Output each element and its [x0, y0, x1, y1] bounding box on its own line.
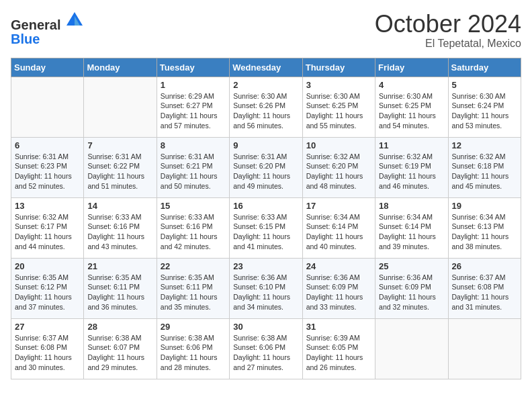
- day-info: Sunrise: 6:37 AM Sunset: 6:08 PM Dayligh…: [452, 273, 517, 312]
- calendar-cell: 29Sunrise: 6:38 AM Sunset: 6:06 PM Dayli…: [157, 318, 229, 379]
- calendar-cell: 25Sunrise: 6:36 AM Sunset: 6:09 PM Dayli…: [375, 258, 448, 318]
- day-number: 29: [161, 322, 226, 332]
- header-tuesday: Tuesday: [157, 58, 229, 77]
- day-number: 7: [87, 140, 152, 150]
- day-number: 17: [306, 201, 371, 211]
- calendar-cell: 30Sunrise: 6:38 AM Sunset: 6:06 PM Dayli…: [230, 318, 302, 379]
- day-info: Sunrise: 6:36 AM Sunset: 6:10 PM Dayligh…: [233, 273, 298, 312]
- day-number: 6: [15, 140, 80, 150]
- day-number: 19: [452, 201, 517, 211]
- calendar-cell: [448, 318, 521, 379]
- calendar-cell: 18Sunrise: 6:34 AM Sunset: 6:14 PM Dayli…: [375, 197, 448, 258]
- week-row-3: 13Sunrise: 6:32 AM Sunset: 6:17 PM Dayli…: [11, 197, 521, 258]
- day-number: 12: [452, 140, 517, 150]
- day-number: 4: [379, 80, 444, 90]
- day-info: Sunrise: 6:35 AM Sunset: 6:12 PM Dayligh…: [15, 273, 80, 312]
- calendar-cell: 23Sunrise: 6:36 AM Sunset: 6:10 PM Dayli…: [230, 258, 302, 318]
- day-info: Sunrise: 6:33 AM Sunset: 6:16 PM Dayligh…: [87, 212, 152, 252]
- day-info: Sunrise: 6:33 AM Sunset: 6:15 PM Dayligh…: [233, 212, 298, 252]
- logo: General Blue: [11, 11, 84, 46]
- title-block: October 2024 El Tepetatal, Mexico: [375, 11, 521, 50]
- day-info: Sunrise: 6:31 AM Sunset: 6:21 PM Dayligh…: [161, 152, 226, 191]
- day-number: 15: [161, 201, 226, 211]
- calendar-cell: 24Sunrise: 6:36 AM Sunset: 6:09 PM Dayli…: [302, 258, 375, 318]
- header-wednesday: Wednesday: [230, 58, 302, 77]
- day-info: Sunrise: 6:34 AM Sunset: 6:14 PM Dayligh…: [306, 212, 371, 252]
- day-info: Sunrise: 6:34 AM Sunset: 6:13 PM Dayligh…: [452, 212, 517, 252]
- location-title: El Tepetatal, Mexico: [375, 38, 521, 50]
- calendar-cell: 8Sunrise: 6:31 AM Sunset: 6:21 PM Daylig…: [157, 137, 229, 197]
- calendar-cell: 26Sunrise: 6:37 AM Sunset: 6:08 PM Dayli…: [448, 258, 521, 318]
- day-info: Sunrise: 6:38 AM Sunset: 6:06 PM Dayligh…: [233, 333, 298, 373]
- calendar-cell: 16Sunrise: 6:33 AM Sunset: 6:15 PM Dayli…: [230, 197, 302, 258]
- day-number: 5: [452, 80, 517, 90]
- day-number: 1: [161, 80, 226, 90]
- calendar-cell: 19Sunrise: 6:34 AM Sunset: 6:13 PM Dayli…: [448, 197, 521, 258]
- calendar-cell: 17Sunrise: 6:34 AM Sunset: 6:14 PM Dayli…: [302, 197, 375, 258]
- page-header: General Blue October 2024 El Tepetatal, …: [11, 11, 521, 50]
- calendar-cell: 3Sunrise: 6:30 AM Sunset: 6:25 PM Daylig…: [302, 77, 375, 137]
- day-info: Sunrise: 6:32 AM Sunset: 6:19 PM Dayligh…: [379, 152, 444, 191]
- day-info: Sunrise: 6:35 AM Sunset: 6:11 PM Dayligh…: [87, 273, 152, 312]
- calendar-cell: 6Sunrise: 6:31 AM Sunset: 6:23 PM Daylig…: [11, 137, 84, 197]
- header-monday: Monday: [84, 58, 157, 77]
- week-row-4: 20Sunrise: 6:35 AM Sunset: 6:12 PM Dayli…: [11, 258, 521, 318]
- day-number: 31: [306, 322, 371, 332]
- day-number: 23: [233, 261, 298, 271]
- calendar-cell: 20Sunrise: 6:35 AM Sunset: 6:12 PM Dayli…: [11, 258, 84, 318]
- week-row-2: 6Sunrise: 6:31 AM Sunset: 6:23 PM Daylig…: [11, 137, 521, 197]
- month-title: October 2024: [375, 11, 521, 38]
- day-number: 27: [15, 322, 80, 332]
- calendar-cell: [11, 77, 84, 137]
- logo-blue: Blue: [11, 32, 84, 46]
- logo-general: General: [11, 17, 60, 32]
- header-friday: Friday: [375, 58, 448, 77]
- header-thursday: Thursday: [302, 58, 375, 77]
- calendar-cell: 27Sunrise: 6:37 AM Sunset: 6:08 PM Dayli…: [11, 318, 84, 379]
- header-row: SundayMondayTuesdayWednesdayThursdayFrid…: [11, 58, 521, 77]
- calendar-cell: 2Sunrise: 6:30 AM Sunset: 6:26 PM Daylig…: [230, 77, 302, 137]
- calendar-cell: 4Sunrise: 6:30 AM Sunset: 6:25 PM Daylig…: [375, 77, 448, 137]
- day-info: Sunrise: 6:31 AM Sunset: 6:23 PM Dayligh…: [15, 152, 80, 191]
- calendar-cell: 13Sunrise: 6:32 AM Sunset: 6:17 PM Dayli…: [11, 197, 84, 258]
- logo-text: General: [11, 11, 84, 32]
- calendar-cell: 21Sunrise: 6:35 AM Sunset: 6:11 PM Dayli…: [84, 258, 157, 318]
- day-info: Sunrise: 6:31 AM Sunset: 6:20 PM Dayligh…: [233, 152, 298, 191]
- calendar-cell: 31Sunrise: 6:39 AM Sunset: 6:05 PM Dayli…: [302, 318, 375, 379]
- day-info: Sunrise: 6:31 AM Sunset: 6:22 PM Dayligh…: [87, 152, 152, 191]
- day-number: 16: [233, 201, 298, 211]
- calendar-cell: 1Sunrise: 6:29 AM Sunset: 6:27 PM Daylig…: [157, 77, 229, 137]
- calendar-cell: 22Sunrise: 6:35 AM Sunset: 6:11 PM Dayli…: [157, 258, 229, 318]
- day-number: 3: [306, 80, 371, 90]
- header-saturday: Saturday: [448, 58, 521, 77]
- day-number: 28: [87, 322, 152, 332]
- day-info: Sunrise: 6:33 AM Sunset: 6:16 PM Dayligh…: [161, 212, 226, 252]
- header-sunday: Sunday: [11, 58, 84, 77]
- day-number: 22: [161, 261, 226, 271]
- calendar-cell: 11Sunrise: 6:32 AM Sunset: 6:19 PM Dayli…: [375, 137, 448, 197]
- day-number: 9: [233, 140, 298, 150]
- day-number: 11: [379, 140, 444, 150]
- day-number: 10: [306, 140, 371, 150]
- day-number: 24: [306, 261, 371, 271]
- week-row-1: 1Sunrise: 6:29 AM Sunset: 6:27 PM Daylig…: [11, 77, 521, 137]
- calendar-cell: [84, 77, 157, 137]
- day-info: Sunrise: 6:36 AM Sunset: 6:09 PM Dayligh…: [379, 273, 444, 312]
- day-info: Sunrise: 6:29 AM Sunset: 6:27 PM Dayligh…: [161, 91, 226, 131]
- day-number: 8: [161, 140, 226, 150]
- logo-icon: [65, 11, 84, 30]
- day-info: Sunrise: 6:39 AM Sunset: 6:05 PM Dayligh…: [306, 333, 371, 373]
- day-info: Sunrise: 6:36 AM Sunset: 6:09 PM Dayligh…: [306, 273, 371, 312]
- day-info: Sunrise: 6:30 AM Sunset: 6:26 PM Dayligh…: [233, 91, 298, 131]
- day-number: 2: [233, 80, 298, 90]
- day-info: Sunrise: 6:30 AM Sunset: 6:25 PM Dayligh…: [306, 91, 371, 131]
- week-row-5: 27Sunrise: 6:37 AM Sunset: 6:08 PM Dayli…: [11, 318, 521, 379]
- day-info: Sunrise: 6:37 AM Sunset: 6:08 PM Dayligh…: [15, 333, 80, 373]
- calendar-cell: 14Sunrise: 6:33 AM Sunset: 6:16 PM Dayli…: [84, 197, 157, 258]
- day-number: 18: [379, 201, 444, 211]
- calendar-cell: 28Sunrise: 6:38 AM Sunset: 6:07 PM Dayli…: [84, 318, 157, 379]
- day-info: Sunrise: 6:32 AM Sunset: 6:20 PM Dayligh…: [306, 152, 371, 191]
- calendar-cell: 5Sunrise: 6:30 AM Sunset: 6:24 PM Daylig…: [448, 77, 521, 137]
- day-info: Sunrise: 6:30 AM Sunset: 6:24 PM Dayligh…: [452, 91, 517, 131]
- day-info: Sunrise: 6:35 AM Sunset: 6:11 PM Dayligh…: [161, 273, 226, 312]
